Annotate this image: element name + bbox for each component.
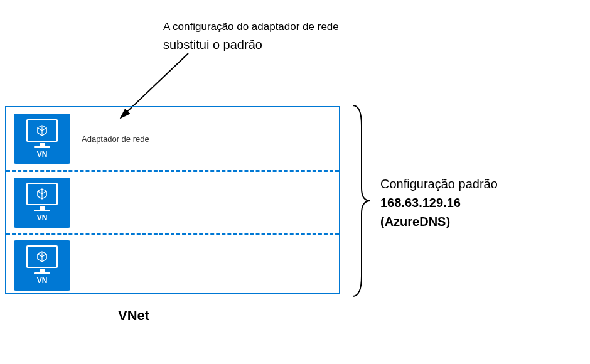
brace-icon [348,100,373,301]
subnet-row-1: VN [6,170,339,233]
vm-label: VN [37,213,48,222]
config-default-label: Configuração padrão [380,174,498,193]
base-icon [34,272,50,274]
vm-icon: VN [14,240,70,291]
annotation-line1: A configuração do adaptador de rede [163,19,339,35]
config-text: Configuração padrão 168.63.129.16 (Azure… [380,174,498,231]
stand-icon [40,143,45,146]
monitor-icon [26,245,58,268]
cube-icon [36,125,48,136]
cube-icon [36,188,48,200]
base-icon [34,146,50,148]
vnet-label: VNet [118,308,149,324]
monitor-icon [26,119,58,142]
annotation-line2: substitui o padrão [163,35,339,54]
subnet-row-2: VN [6,233,339,296]
cube-icon [36,251,48,262]
vm-icon: VN [14,114,70,164]
monitor-icon [26,183,58,205]
subnet-row-0: VN Adaptador de rede [6,107,339,170]
base-icon [34,210,50,211]
config-dns: (AzureDNS) [380,212,498,231]
annotation-text: A configuração do adaptador de rede subs… [163,19,339,54]
vm-label: VN [37,276,48,285]
config-ip: 168.63.129.16 [380,193,498,212]
vnet-container: VN Adaptador de rede VN VN [5,106,340,294]
vm-icon: VN [14,178,70,228]
adapter-label: Adaptador de rede [82,134,149,144]
vm-label: VN [37,150,48,159]
